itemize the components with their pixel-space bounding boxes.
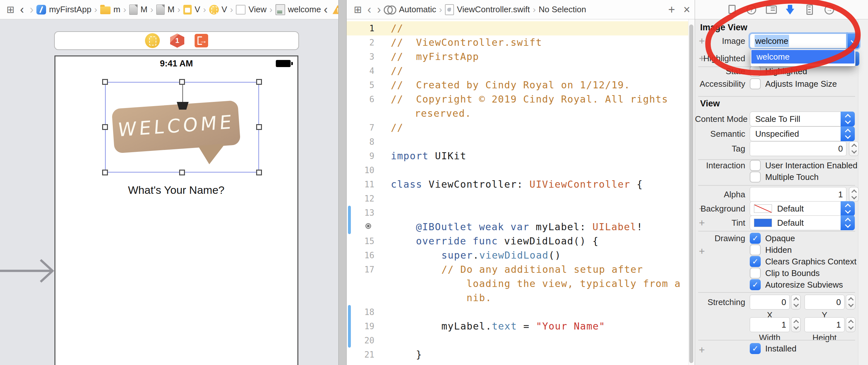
connections-inspector-tab-icon[interactable]: → bbox=[825, 5, 834, 15]
image-view-selection[interactable] bbox=[105, 82, 259, 172]
forward-button[interactable]: › bbox=[30, 1, 33, 19]
opaque-checkbox[interactable]: ✓ bbox=[750, 233, 761, 244]
stretching-y-field[interactable]: 0 bbox=[805, 295, 844, 310]
image-dropdown-item[interactable]: welcome bbox=[751, 50, 855, 63]
selection-handle[interactable] bbox=[102, 79, 108, 85]
code-line[interactable]: 9import UIKit bbox=[347, 149, 688, 163]
name-label[interactable]: What's Your Name? bbox=[104, 184, 249, 196]
related-items-icon[interactable]: ⊞ bbox=[6, 4, 14, 15]
identity-inspector-tab-icon[interactable] bbox=[766, 5, 777, 14]
code-line[interactable]: 20 bbox=[347, 333, 688, 347]
code-line[interactable]: 21} bbox=[347, 347, 688, 362]
code-line[interactable]: loading the view, typically from a bbox=[347, 277, 688, 291]
exit-icon[interactable] bbox=[195, 34, 208, 48]
code-line[interactable]: 4// bbox=[347, 64, 688, 78]
background-popup[interactable]: Default bbox=[750, 201, 855, 216]
storyboard-entry-arrow[interactable] bbox=[0, 257, 58, 286]
stretching-x-stepper[interactable] bbox=[791, 295, 801, 310]
code-line[interactable]: 7// bbox=[347, 120, 688, 135]
hidden-checkbox[interactable] bbox=[750, 245, 761, 255]
alpha-field[interactable]: 1 bbox=[750, 187, 846, 202]
autoresize-subviews-checkbox[interactable]: ✓ bbox=[750, 279, 761, 290]
jumpbar-item-m[interactable]: m bbox=[100, 4, 121, 15]
prev-issue-button[interactable]: ‹ bbox=[324, 1, 328, 19]
editor-scrollbar-thumb[interactable] bbox=[689, 25, 693, 363]
pane-divider[interactable] bbox=[338, 0, 347, 365]
stretching-height-stepper[interactable] bbox=[846, 317, 856, 332]
image-dropdown-button[interactable] bbox=[848, 33, 859, 48]
ib-outlet-connector-icon[interactable] bbox=[365, 223, 371, 229]
code-line[interactable]: nib. bbox=[347, 291, 688, 305]
inspector-scroll-gutter[interactable] bbox=[858, 19, 868, 365]
first-responder-icon[interactable]: 1 bbox=[170, 33, 184, 48]
clip-to-bounds-checkbox[interactable] bbox=[750, 268, 761, 279]
add-editor-button[interactable]: + bbox=[668, 3, 675, 17]
semantic-popup[interactable]: Unspecified bbox=[750, 127, 855, 141]
back-button[interactable]: ‹ bbox=[20, 1, 24, 19]
jumpbar-item-view[interactable]: View bbox=[236, 4, 267, 15]
code-line[interactable]: reserved. bbox=[347, 106, 688, 120]
tag-stepper[interactable] bbox=[849, 141, 859, 156]
jumpbar-item-m[interactable]: M bbox=[129, 4, 148, 15]
code-line[interactable]: 18 bbox=[347, 305, 688, 319]
selection-handle[interactable] bbox=[102, 124, 108, 130]
help-inspector-tab-icon[interactable]: ? bbox=[747, 5, 756, 15]
stretching-width-stepper[interactable] bbox=[791, 317, 801, 332]
selection-handle[interactable] bbox=[179, 170, 185, 175]
code-line[interactable]: 2// ViewController.swift bbox=[347, 35, 688, 50]
clears-graphics-context-checkbox[interactable]: ✓ bbox=[750, 256, 761, 267]
tag-field[interactable]: 0 bbox=[750, 141, 846, 156]
add-drawing-button[interactable]: + bbox=[699, 246, 705, 256]
stretching-x-field[interactable]: 0 bbox=[750, 295, 790, 310]
jumpbar-item-m[interactable]: M bbox=[156, 4, 175, 15]
jumpbar-item-myfirstapp[interactable]: myFirstApp bbox=[36, 4, 91, 15]
jumpbar-item-v[interactable]: V bbox=[183, 4, 200, 15]
close-editor-button[interactable]: × bbox=[683, 3, 690, 17]
code-line[interactable]: 12 bbox=[347, 192, 688, 206]
code-line[interactable]: 15override func viewDidLoad() { bbox=[347, 234, 688, 248]
tint-popup[interactable]: Default bbox=[750, 215, 855, 230]
forward-button[interactable]: › bbox=[377, 1, 381, 19]
size-inspector-tab-icon[interactable] bbox=[806, 4, 813, 15]
selection-handle[interactable] bbox=[179, 79, 185, 85]
alpha-stepper[interactable] bbox=[849, 187, 859, 202]
stretching-y-stepper[interactable] bbox=[846, 295, 856, 310]
jumpbar-item-selection[interactable]: No Selection bbox=[539, 4, 586, 15]
stretching-height-field[interactable]: 1 bbox=[805, 317, 844, 332]
code-line[interactable]: 19myLabel.text = "Your Name" bbox=[347, 319, 688, 333]
jumpbar-item-welcome[interactable]: welcome bbox=[276, 4, 321, 15]
code-line[interactable]: @IBOutlet weak var myLabel: UILabel! bbox=[347, 220, 688, 234]
code-line[interactable]: 1// bbox=[347, 21, 688, 35]
image-combobox[interactable]: welcome → bbox=[750, 33, 859, 48]
jumpbar-item-v[interactable]: V bbox=[209, 4, 227, 15]
add-installed-button[interactable]: + bbox=[699, 345, 705, 355]
installed-checkbox[interactable]: ✓ bbox=[750, 343, 761, 354]
file-inspector-tab-icon[interactable] bbox=[728, 5, 736, 14]
back-button[interactable]: ‹ bbox=[367, 1, 371, 19]
code-editor[interactable]: 1//2// ViewController.swift3// myFirstAp… bbox=[347, 19, 688, 365]
selection-handle[interactable] bbox=[256, 79, 262, 85]
code-line[interactable]: 8 bbox=[347, 135, 688, 149]
view-controller-icon[interactable] bbox=[145, 33, 160, 48]
code-line[interactable]: 16super.viewDidLoad() bbox=[347, 248, 688, 262]
content-mode-popup[interactable]: Scale To Fill bbox=[750, 112, 855, 127]
selection-handle[interactable] bbox=[256, 170, 262, 175]
code-line[interactable]: 6// Copyright © 2019 Cindy Royal. All ri… bbox=[347, 92, 688, 106]
attributes-inspector-tab-icon[interactable] bbox=[786, 5, 794, 15]
state-highlighted-checkbox[interactable] bbox=[750, 66, 761, 77]
code-line[interactable]: 3// myFirstApp bbox=[347, 50, 688, 64]
jumpbar-item-file[interactable]: ViewController.swift bbox=[445, 4, 530, 15]
jumpbar-item-automatic[interactable]: Automatic bbox=[384, 4, 436, 15]
code-line[interactable]: 11class ViewController: UIViewController… bbox=[347, 177, 688, 192]
code-line[interactable]: 10 bbox=[347, 163, 688, 177]
selection-handle[interactable] bbox=[256, 124, 262, 130]
code-line[interactable]: 13 bbox=[347, 206, 688, 220]
user-interaction-enabled-checkbox[interactable] bbox=[750, 160, 761, 171]
code-line[interactable]: 5// Created by Cindy Royal on 1/12/19. bbox=[347, 78, 688, 92]
selection-handle[interactable] bbox=[102, 170, 108, 175]
adjusts-image-size-checkbox[interactable] bbox=[750, 78, 761, 89]
code-line[interactable]: 17// Do any additional setup after bbox=[347, 262, 688, 277]
multiple-touch-checkbox[interactable] bbox=[750, 172, 761, 182]
stretching-width-field[interactable]: 1 bbox=[750, 317, 790, 332]
related-items-icon[interactable]: ⊞ bbox=[354, 4, 362, 15]
